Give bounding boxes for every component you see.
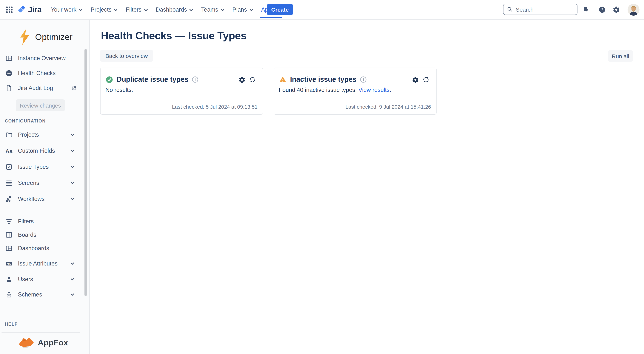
- lightning-bolt-icon: [18, 29, 31, 45]
- sidebar-item-label: Schemes: [18, 291, 42, 298]
- nav-item-projects[interactable]: Projects: [91, 6, 118, 13]
- card-header: Inactive issue types: [279, 75, 430, 84]
- app-switcher-icon[interactable]: [6, 6, 13, 13]
- success-status-icon: [106, 76, 113, 83]
- sidebar-item-screens[interactable]: Screens: [0, 176, 80, 190]
- top-navigation-bar: Jira Your work Projects Filters Dashboar…: [0, 0, 644, 20]
- sidebar-item-jira-audit-log[interactable]: Jira Audit Log: [0, 81, 80, 96]
- chevron-down-icon: [70, 262, 74, 265]
- sidebar-item-label: Boards: [18, 231, 36, 238]
- configuration-section-heading: CONFIGURATION: [5, 119, 46, 123]
- app-window: Jira Your work Projects Filters Dashboar…: [0, 0, 644, 354]
- card-rerun-refresh-icon[interactable]: [249, 76, 256, 83]
- create-button[interactable]: Create: [267, 4, 293, 15]
- info-icon[interactable]: [192, 76, 198, 83]
- sidebar-item-label: Instance Overview: [18, 55, 66, 62]
- svg-text:ABC: ABC: [7, 263, 11, 265]
- appfox-logo-text: AppFox: [38, 338, 68, 348]
- sidebar-item-health-checks[interactable]: Health Checks: [0, 66, 80, 81]
- card-settings-gear-icon[interactable]: [238, 76, 246, 83]
- person-icon: [5, 276, 13, 283]
- card-rerun-refresh-icon[interactable]: [422, 76, 430, 83]
- jira-logo[interactable]: Jira: [17, 5, 42, 14]
- card-result-text: Found 40 inactive issue types. View resu…: [279, 86, 391, 94]
- sidebar-item-label: Issue Attributes: [18, 260, 58, 267]
- sidebar-item-instance-overview[interactable]: Instance Overview: [0, 51, 80, 66]
- settings-gear-icon[interactable]: [612, 6, 620, 13]
- sidebar-item-dashboards[interactable]: Dashboards: [0, 241, 80, 255]
- run-all-button[interactable]: Run all: [608, 50, 633, 62]
- abc-badge-icon: ABC: [5, 260, 13, 267]
- sidebar-item-issue-types[interactable]: Issue Types: [0, 159, 80, 174]
- view-results-link[interactable]: View results: [358, 87, 390, 93]
- help-section-heading: HELP: [5, 322, 18, 326]
- card-header: Duplicate issue types: [106, 75, 256, 84]
- sidebar-item-filters[interactable]: Filters: [0, 214, 80, 228]
- optimizer-sidebar: Optimizer Instance Overview Health Check…: [0, 20, 90, 354]
- last-checked-timestamp: Last checked: 9 Jul 2024 at 15:41:26: [345, 104, 431, 110]
- back-to-overview-button[interactable]: Back to overview: [100, 50, 154, 62]
- nav-item-dashboards[interactable]: Dashboards: [156, 6, 193, 13]
- sidebar-item-label: Health Checks: [18, 70, 56, 76]
- sidebar-item-issue-attributes[interactable]: ABC Issue Attributes: [0, 256, 80, 271]
- health-check-card-inactive-issue-types: Inactive issue types Found 40 inactive i…: [274, 68, 436, 115]
- chevron-down-icon: [189, 8, 193, 11]
- appfox-logo: AppFox: [18, 335, 68, 350]
- nav-item-teams[interactable]: Teams: [201, 6, 224, 13]
- sidebar-scrollbar[interactable]: [84, 49, 87, 296]
- plus-circle-icon: [5, 69, 13, 77]
- chevron-down-icon: [70, 198, 74, 201]
- nav-item-label: Dashboards: [156, 6, 187, 13]
- sidebar-item-label: Dashboards: [18, 245, 49, 252]
- external-link-icon: [71, 85, 76, 91]
- chevron-down-icon: [70, 165, 74, 168]
- screenshot-root: Jira Your work Projects Filters Dashboar…: [0, 0, 644, 354]
- result-text: Found 40 inactive issue types.: [279, 87, 358, 93]
- nav-item-label: Plans: [232, 6, 247, 13]
- sidebar-item-label: Users: [18, 276, 33, 283]
- chevron-down-icon: [70, 133, 74, 136]
- info-icon[interactable]: [360, 76, 366, 83]
- card-settings-gear-icon[interactable]: [412, 76, 419, 83]
- result-text-suffix: .: [390, 87, 391, 93]
- nav-item-label: Filters: [126, 6, 142, 13]
- sidebar-item-projects[interactable]: Projects: [0, 127, 80, 142]
- checkbox-icon: [5, 163, 13, 171]
- card-result-text: No results.: [106, 86, 133, 94]
- nav-item-plans[interactable]: Plans: [232, 6, 254, 13]
- jira-logo-icon: [17, 5, 26, 14]
- health-check-card-duplicate-issue-types: Duplicate issue types No results. Last c…: [100, 68, 263, 115]
- chevron-down-icon: [114, 8, 118, 11]
- optimizer-logo-text: Optimizer: [35, 32, 72, 42]
- chevron-down-icon: [220, 8, 225, 11]
- jira-logo-text: Jira: [28, 5, 42, 14]
- fox-icon: [18, 336, 35, 349]
- sidebar-item-label: Workflows: [18, 196, 44, 202]
- nav-item-label: Projects: [91, 6, 112, 13]
- nav-item-your-work[interactable]: Your work: [51, 6, 83, 13]
- sidebar-item-label: Issue Types: [18, 164, 49, 170]
- review-changes-button[interactable]: Review changes: [16, 99, 65, 111]
- sidebar-item-schemes[interactable]: Schemes: [0, 287, 80, 302]
- sidebar-item-users[interactable]: Users: [0, 272, 80, 287]
- nav-item-label: Your work: [51, 6, 76, 13]
- user-avatar[interactable]: [628, 4, 640, 16]
- primary-nav: Your work Projects Filters Dashboards Te…: [51, 0, 281, 19]
- sidebar-item-custom-fields[interactable]: Aa Custom Fields: [0, 143, 80, 158]
- rows-icon: [5, 179, 13, 187]
- sidebar-item-workflows[interactable]: Workflows: [0, 192, 80, 207]
- notifications-bell-icon[interactable]: [582, 6, 590, 13]
- card-title: Duplicate issue types: [116, 75, 188, 84]
- layout-panel-icon: [5, 54, 13, 62]
- unlock-icon: [5, 291, 13, 298]
- help-icon[interactable]: ?: [598, 6, 606, 13]
- sidebar-divider: [2, 332, 80, 333]
- search-input[interactable]: [503, 4, 578, 15]
- sidebar-item-label: Projects: [18, 131, 39, 138]
- warning-status-icon: [279, 76, 286, 83]
- nav-item-filters[interactable]: Filters: [126, 6, 148, 13]
- folder-icon: [5, 131, 13, 139]
- main-content: Health Checks — Issue Types Back to over…: [90, 20, 644, 354]
- chevron-down-icon: [70, 149, 74, 152]
- sidebar-item-boards[interactable]: Boards: [0, 228, 80, 242]
